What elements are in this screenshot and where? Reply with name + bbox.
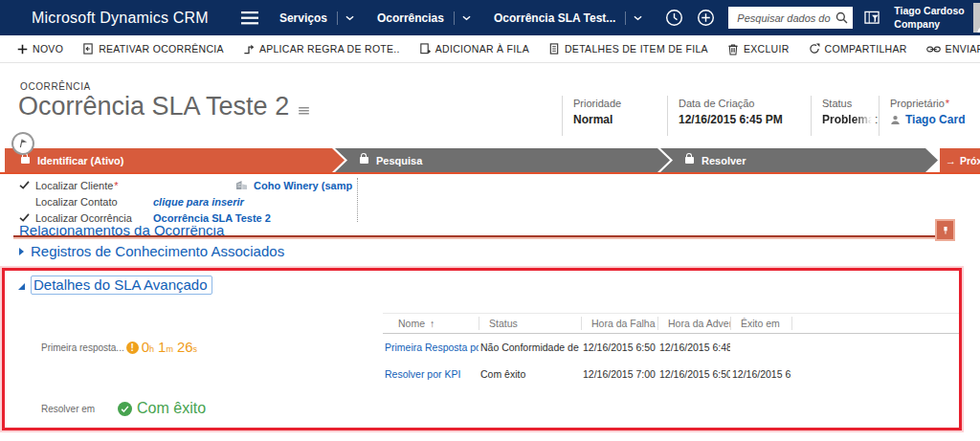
next-stage-button[interactable]: → Próximo <box>940 148 980 172</box>
chevron-expanded-icon <box>18 283 25 290</box>
avatar[interactable] <box>973 3 980 33</box>
breadcrumb-nav: Serviços Ocorrências Ocorrência SLA Test… <box>279 11 665 25</box>
cmd-novo[interactable]: NOVO <box>17 43 63 55</box>
cmd-reativar-ocorrencia[interactable]: REATIVAR OCORRÊNCIA <box>82 43 224 55</box>
bpf-stage-pesquisa[interactable]: Pesquisa <box>335 148 670 172</box>
column-header-hora-advertencia[interactable]: Hora da Advertênc... <box>657 317 730 330</box>
search-icon[interactable] <box>835 11 848 24</box>
owner-link[interactable]: Tiago Card <box>905 113 965 126</box>
cmd-detalhes-item-fila[interactable]: DETALHES DE ITEM DE FILA <box>548 43 708 55</box>
header-summary-fields: Prioridade Normal Data de Criação 12/16/… <box>562 96 980 136</box>
entity-type-label: OCORRÊNCIA <box>20 81 91 92</box>
timer-number: 26 <box>177 339 193 355</box>
truncation-marker: : <box>875 113 878 126</box>
cmd-adicionar-a-fila[interactable]: ADICIONAR À FILA <box>419 43 529 55</box>
status-value: Problema Resolv <box>822 113 872 126</box>
cell-hora-falha: 12/16/2015 6:50 PM <box>581 342 657 353</box>
panel-pin-handle[interactable] <box>935 219 955 241</box>
bpf-field-value-lookup[interactable]: Coho Winery (samp <box>235 180 352 191</box>
timer-unit: m <box>166 344 173 354</box>
column-header-hora-falha[interactable]: Hora da Falha <box>581 317 657 330</box>
warning-icon: ! <box>126 342 139 354</box>
required-asterisk: * <box>114 180 118 191</box>
global-search-box[interactable] <box>728 7 853 29</box>
topbar-right-cluster: Tiago Cardoso Company ⚙ ? <box>665 3 980 33</box>
page-title: Ocorrência SLA Teste 2 <box>18 92 289 121</box>
column-header-status[interactable]: Status <box>479 317 581 330</box>
topnav-label: Ocorrências <box>377 11 444 25</box>
cmd-excluir[interactable]: EXCLUIR <box>727 43 790 55</box>
command-bar: NOVO REATIVAR OCORRÊNCIA APLICAR REGRA D… <box>0 35 980 63</box>
cell-status: Com êxito <box>479 368 581 380</box>
routing-arrow-icon <box>243 43 255 55</box>
recently-viewed-clock-icon[interactable] <box>665 9 683 27</box>
flag-icon <box>18 138 29 149</box>
add-to-queue-icon <box>419 43 431 55</box>
topnav-item-record[interactable]: Ocorrência SLA Test... <box>494 11 642 25</box>
cmd-label: ADICIONAR À FILA <box>435 43 529 55</box>
cmd-compartilhar[interactable]: COMPARTILHAR <box>809 43 907 55</box>
stage-label: Pesquisa <box>376 155 422 166</box>
cmd-aplicar-regra-roteamento[interactable]: APLICAR REGRA DE ROTE.. <box>243 43 400 55</box>
section-registros-conhecimento[interactable]: Registros de Conhecimento Associados <box>19 243 284 259</box>
record-title-row: Ocorrência SLA Teste 2 <box>18 92 309 121</box>
topnav-label: Serviços <box>279 11 327 25</box>
bpf-field-value-placeholder[interactable]: clique para inserir <box>153 196 244 208</box>
bpf-field-label: Localizar Contato <box>35 196 118 208</box>
grid-row-primeira-resposta[interactable]: Primeira Resposta por KPI Não Conformida… <box>383 334 959 361</box>
bpf-underline <box>0 172 980 174</box>
search-input[interactable] <box>735 11 835 25</box>
advanced-find-icon[interactable] <box>864 11 880 25</box>
chevron-down-icon[interactable] <box>634 15 642 21</box>
grid-header-row: Nome↑ Status Hora da Falha Hora da Adver… <box>383 313 959 334</box>
header-field-status: Status Problema Resolv : <box>811 96 879 136</box>
field-value[interactable]: 12/16/2015 6:45 PM <box>679 113 811 126</box>
user-menu[interactable]: Tiago Cardoso Company <box>894 5 964 31</box>
cmd-label: REATIVAR OCORRÊNCIA <box>99 43 224 55</box>
bpf-stage-identificar[interactable]: Identificar (Ativo) <box>5 148 345 172</box>
sla-first-response-field: Primeira resposta... ! 0h1m26s <box>41 339 201 356</box>
field-label: Proprietário* <box>890 98 980 109</box>
divider <box>454 11 455 25</box>
bpf-stage-resolver[interactable]: Resolver <box>660 148 938 172</box>
record-set-navigator-icon[interactable] <box>299 107 309 115</box>
hamburger-menu-icon[interactable] <box>241 11 258 25</box>
topnav-item-servicos[interactable]: Serviços <box>279 11 354 25</box>
field-value[interactable]: Normal <box>573 113 667 126</box>
required-asterisk: * <box>946 98 949 109</box>
next-stage-label: Próximo <box>960 155 980 166</box>
sla-kpi-grid: Nome↑ Status Hora da Falha Hora da Adver… <box>383 313 959 387</box>
quick-create-plus-icon[interactable] <box>697 9 715 27</box>
timer-unit: s <box>193 344 198 354</box>
field-value: Tiago Card <box>890 113 980 126</box>
queue-item-icon <box>548 43 560 55</box>
kpi-link[interactable]: Primeira Resposta por KPI <box>383 342 479 353</box>
section-title: Registros de Conhecimento Associados <box>31 243 284 259</box>
reactivate-icon <box>82 43 94 55</box>
grid-row-resolver[interactable]: Resolver por KPI Com êxito 12/16/2015 7:… <box>383 361 959 387</box>
column-header-nome[interactable]: Nome↑ <box>383 317 479 330</box>
sla-resolve-field: Resolver em Com êxito <box>41 400 206 417</box>
topnav-item-ocorrencias[interactable]: Ocorrências <box>377 11 471 25</box>
sla-timer-value: 0h1m26s <box>142 339 201 356</box>
bpf-field-value-link[interactable]: Ocorrência SLA Teste 2 <box>153 212 271 224</box>
check-icon <box>19 213 30 222</box>
section-detalhes-sla[interactable]: Detalhes do SLA Avançado <box>18 276 212 295</box>
share-icon <box>809 43 820 55</box>
column-label: Nome <box>398 318 425 329</box>
chevron-down-icon[interactable] <box>462 15 471 21</box>
column-header-exito-em[interactable]: Êxito em <box>730 317 791 330</box>
user-company: Company <box>894 18 964 32</box>
column-header-empty <box>791 317 959 330</box>
brand-logo[interactable]: Microsoft Dynamics CRM <box>32 10 209 27</box>
field-value[interactable]: Problema Resolv : <box>822 113 879 126</box>
cell-status: Não Conformidade de Pr... <box>479 342 581 353</box>
kpi-link[interactable]: Resolver por KPI <box>383 368 479 380</box>
cmd-enviar-link-email[interactable]: ENVIAR UM LINK POR EM... <box>926 43 980 55</box>
right-arrow-icon: → <box>946 155 956 166</box>
check-icon <box>19 181 30 189</box>
chevron-right-icon <box>19 248 24 255</box>
cmd-label: ENVIAR UM LINK POR EM... <box>946 43 980 55</box>
chevron-down-icon[interactable] <box>345 15 354 21</box>
lookup-link[interactable]: Coho Winery (samp <box>254 180 352 191</box>
